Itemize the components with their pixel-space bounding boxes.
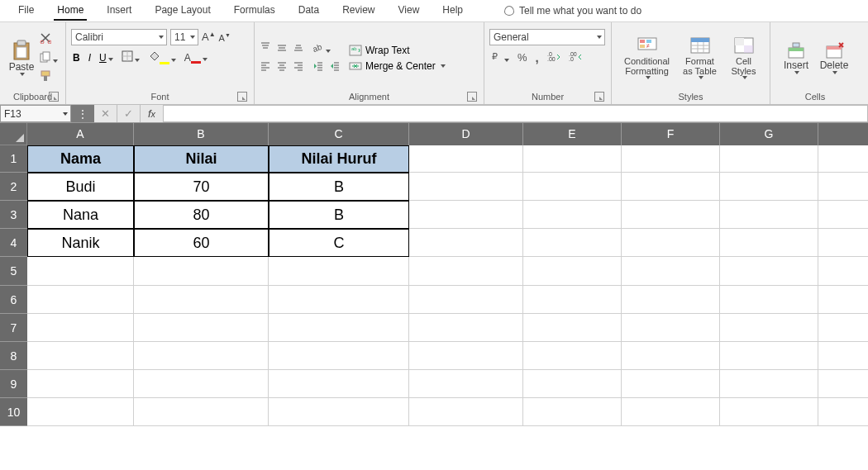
cell-G2[interactable]	[720, 173, 818, 201]
cell-F7[interactable]	[622, 314, 720, 342]
tab-view[interactable]: View	[387, 0, 432, 21]
cell-A6[interactable]	[27, 286, 134, 314]
cell-C7[interactable]	[269, 314, 409, 342]
cell-H3[interactable]	[818, 201, 868, 229]
cell-A8[interactable]	[27, 342, 134, 370]
align-left-button[interactable]	[260, 60, 271, 74]
cell-A4[interactable]: Nanik	[27, 229, 134, 257]
cell-C5[interactable]	[269, 257, 409, 286]
wrap-text-button[interactable]: abWrap Text	[349, 45, 446, 56]
cell-D3[interactable]	[409, 201, 523, 229]
align-right-button[interactable]	[293, 60, 304, 74]
cell-G10[interactable]	[720, 398, 818, 426]
decrease-indent-button[interactable]	[312, 60, 324, 74]
conditional-formatting-button[interactable]: ≠ Conditional Formatting	[619, 35, 675, 81]
align-bottom-button[interactable]	[293, 41, 304, 55]
cell-A1[interactable]: Nama	[27, 145, 134, 173]
orientation-button[interactable]: ab	[312, 41, 341, 55]
cell-H7[interactable]	[818, 314, 868, 342]
col-header-extra[interactable]	[818, 123, 868, 145]
cell-B1[interactable]: Nilai	[134, 145, 269, 173]
dialog-launcher-icon[interactable]	[237, 92, 247, 102]
cell-F5[interactable]	[622, 257, 720, 286]
cell-F1[interactable]	[622, 145, 720, 173]
format-as-table-button[interactable]: Format as Table	[677, 35, 723, 81]
cell-E8[interactable]	[523, 342, 622, 370]
decrease-decimal-button[interactable]: .00.0	[569, 50, 582, 64]
col-header-F[interactable]: F	[622, 123, 720, 145]
row-header-7[interactable]: 7	[0, 314, 27, 342]
percent-button[interactable]: %	[517, 51, 527, 64]
cell-C9[interactable]	[269, 370, 409, 398]
cell-D9[interactable]	[409, 370, 523, 398]
increase-decimal-button[interactable]: .0.00	[547, 50, 560, 64]
cell-H9[interactable]	[818, 370, 868, 398]
cell-B4[interactable]: 60	[134, 229, 269, 257]
tab-insert[interactable]: Insert	[95, 0, 143, 21]
cell-B10[interactable]	[134, 398, 269, 426]
cell-G3[interactable]	[720, 201, 818, 229]
align-top-button[interactable]	[260, 41, 271, 55]
cell-C10[interactable]	[269, 398, 409, 426]
copy-button[interactable]	[40, 51, 58, 65]
cut-button[interactable]	[40, 32, 58, 46]
tab-home[interactable]: Home	[45, 0, 95, 21]
tab-review[interactable]: Review	[331, 0, 386, 21]
cell-F4[interactable]	[622, 229, 720, 257]
cell-E10[interactable]	[523, 398, 622, 426]
cell-A3[interactable]: Nana	[27, 201, 134, 229]
dialog-launcher-icon[interactable]	[49, 92, 59, 102]
tab-help[interactable]: Help	[431, 0, 475, 21]
cell-G9[interactable]	[720, 370, 818, 398]
cell-H6[interactable]	[818, 286, 868, 314]
cell-A10[interactable]	[27, 398, 134, 426]
cell-styles-button[interactable]: Cell Styles	[725, 35, 763, 81]
paste-button[interactable]: Paste	[5, 38, 38, 78]
cell-G7[interactable]	[720, 314, 818, 342]
align-center-button[interactable]	[276, 60, 288, 74]
name-box[interactable]: F13	[0, 105, 71, 122]
increase-font-button[interactable]: A▲	[202, 31, 216, 43]
cell-E4[interactable]	[523, 229, 622, 257]
row-header-4[interactable]: 4	[0, 229, 27, 257]
font-name-combo[interactable]: Calibri	[71, 29, 167, 45]
cell-E1[interactable]	[523, 145, 622, 173]
cell-G4[interactable]	[720, 229, 818, 257]
dialog-launcher-icon[interactable]	[594, 92, 604, 102]
row-header-8[interactable]: 8	[0, 342, 27, 370]
cell-H4[interactable]	[818, 229, 868, 257]
cell-E3[interactable]	[523, 201, 622, 229]
tab-page-layout[interactable]: Page Layout	[143, 0, 222, 21]
cell-B8[interactable]	[134, 342, 269, 370]
col-header-D[interactable]: D	[409, 123, 523, 145]
cell-D10[interactable]	[409, 398, 523, 426]
cell-H1[interactable]	[818, 145, 868, 173]
cell-G8[interactable]	[720, 342, 818, 370]
cell-E2[interactable]	[523, 173, 622, 201]
enter-formula-button[interactable]: ✓	[117, 105, 141, 122]
cell-C6[interactable]	[269, 286, 409, 314]
cell-E7[interactable]	[523, 314, 622, 342]
font-color-button[interactable]: A	[184, 52, 207, 64]
cell-C3[interactable]: B	[269, 201, 409, 229]
insert-function-button[interactable]: fx	[141, 105, 164, 122]
cell-G5[interactable]	[720, 257, 818, 286]
col-header-C[interactable]: C	[269, 123, 409, 145]
comma-button[interactable]: ,	[536, 50, 539, 64]
cancel-formula-button[interactable]: ✕	[94, 105, 117, 122]
cell-F9[interactable]	[622, 370, 720, 398]
merge-center-button[interactable]: Merge & Center	[349, 60, 446, 72]
row-header-9[interactable]: 9	[0, 370, 27, 398]
cell-A9[interactable]	[27, 370, 134, 398]
row-header-10[interactable]: 10	[0, 398, 27, 426]
dialog-launcher-icon[interactable]	[467, 92, 477, 102]
increase-indent-button[interactable]	[329, 60, 341, 74]
cell-A7[interactable]	[27, 314, 134, 342]
accounting-format-button[interactable]: ₽	[491, 50, 509, 64]
cell-G1[interactable]	[720, 145, 818, 173]
cell-D5[interactable]	[409, 257, 523, 286]
select-all-corner[interactable]	[0, 123, 27, 145]
cell-E6[interactable]	[523, 286, 622, 314]
tab-formulas[interactable]: Formulas	[222, 0, 287, 21]
format-painter-button[interactable]	[40, 70, 58, 84]
